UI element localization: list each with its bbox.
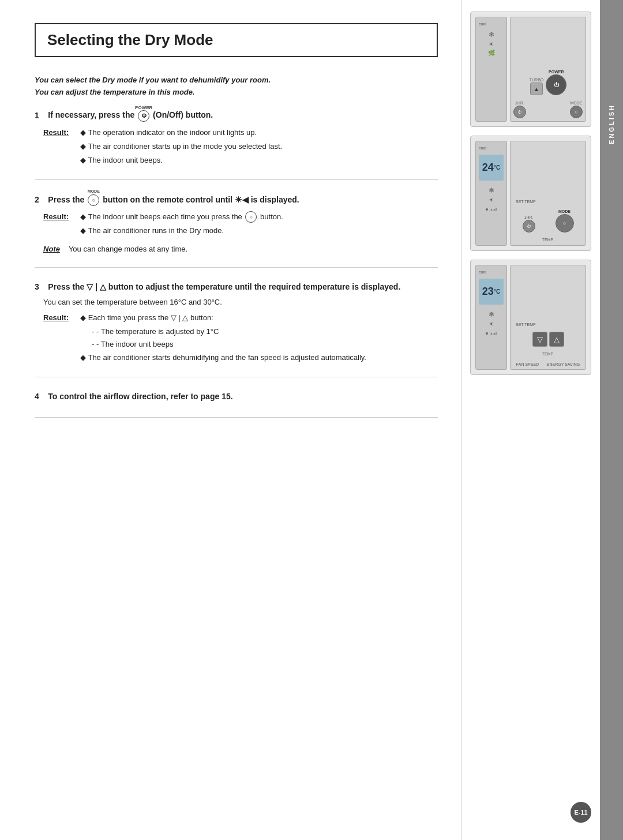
1hr-button-2[interactable]: ⏱ <box>523 220 535 232</box>
temp-panel-label: TEMP. <box>542 238 554 242</box>
step-2-instruction: Press the ○ MODE button on the remote co… <box>48 195 299 204</box>
step-3: 3 Press the ▽ | △ button to adjust the t… <box>35 282 438 377</box>
image-column: cool ❄ ☀ 🌿 TURBO ▲ <box>461 0 600 840</box>
indoor-unit-display-1: cool ❄ ☀ 🌿 <box>475 17 507 122</box>
temperature-display-2: 24 °C <box>479 155 504 181</box>
1hr-label: 1HR. <box>515 101 524 105</box>
mode-button[interactable]: ○ <box>570 106 583 118</box>
result-item: The air conditioner starts dehumidifying… <box>80 351 366 364</box>
energy-saving-label: ENERGY SAVING <box>547 362 580 366</box>
power-button[interactable]: ⏻ <box>546 74 566 95</box>
indicator-row-2: ut all <box>486 208 497 211</box>
temp-down-button[interactable]: ▽ <box>532 332 547 347</box>
mode-panel-label: MODE <box>571 101 583 105</box>
step-1-number: 1 If necessary, press the ⏻ POWER (On/Of… <box>35 110 438 122</box>
set-temp-label-3: SET TEMP <box>516 322 536 327</box>
remote-control-3: SET TEMP ▽ △ TEMP. FAN SPEED <box>510 265 586 370</box>
note-label: Note <box>43 243 60 256</box>
remote-panel-3: cool 23 °C ❄ ☀ ut all <box>470 260 591 375</box>
language-sidebar: ENGLISH <box>600 0 623 840</box>
mode-icons: ❄ ☀ 🌿 <box>488 31 495 56</box>
power-label: POWER <box>549 70 564 74</box>
step-2-number: 2 Press the ○ MODE button on the remote … <box>35 194 438 206</box>
snowflake-icon-2: ❄ <box>489 186 494 194</box>
step-3-instruction: Press the ▽ | △ button to adjust the tem… <box>48 282 400 291</box>
cool-label-3: cool <box>479 270 486 274</box>
temp-panel-label-3: TEMP. <box>542 352 554 356</box>
turbo-button[interactable]: ▲ <box>530 82 543 95</box>
step-1-instruction: If necessary, press the ⏻ POWER (On/Off)… <box>48 110 213 119</box>
step-3-content: You can set the temperature between 16°C… <box>43 296 438 365</box>
result-label-1: Result: <box>43 126 69 168</box>
result-sub: - The temperature is adjusted by 1°C <box>92 325 366 338</box>
step-1: 1 If necessary, press the ⏻ POWER (On/Of… <box>35 110 438 180</box>
remote-control-2: SET TEMP 1HR. ⏱ MODE ○ <box>510 141 586 246</box>
note-text: You can change modes at any time. <box>69 243 187 256</box>
snowflake-icon: ❄ <box>489 31 494 39</box>
temp-value-3: 23 <box>482 286 494 298</box>
mode-icons-2: ❄ ☀ <box>489 186 494 203</box>
note-row: Note You can change modes at any time. <box>43 243 438 256</box>
sun-icon-2: ☀ <box>489 197 494 203</box>
sun-icon-3: ☀ <box>489 321 494 327</box>
step-4-number: 4 To control the airflow direction, refe… <box>35 392 438 401</box>
snowflake-icon-3: ❄ <box>489 310 494 318</box>
intro-text: You can select the Dry mode if you want … <box>35 74 438 99</box>
mode-icon-inline: ○ <box>245 211 257 223</box>
result-sub: - The indoor unit beeps <box>92 338 366 351</box>
fan-speed-label: FAN SPEED <box>516 362 539 366</box>
temp-value-2: 24 <box>482 162 494 174</box>
turbo-label: TURBO <box>530 78 544 82</box>
remote-panel-1: cool ❄ ☀ 🌿 TURBO ▲ <box>470 12 591 127</box>
power-button-icon: ⏻ POWER <box>138 110 149 122</box>
page-number-badge: E-11 <box>571 802 591 823</box>
language-label: ENGLISH <box>608 104 615 144</box>
step-1-content: Result: The operation indicator on the i… <box>43 126 438 168</box>
sun-icon: ☀ <box>489 41 494 47</box>
remote-control-1: TURBO ▲ POWER ⏻ 1HR. ⏱ <box>510 17 586 122</box>
step-3-results: Each time you press the ▽ | △ button: - … <box>80 312 366 365</box>
cool-label: cool <box>479 22 486 26</box>
result-item: The operation indicator on the indoor un… <box>80 126 282 139</box>
indicator-row-3: ut all <box>486 332 497 335</box>
step-1-results: The operation indicator on the indoor un… <box>80 126 282 168</box>
cool-label-2: cool <box>479 146 486 150</box>
temperature-display-3: 23 °C <box>479 279 504 305</box>
result-item: The indoor unit beeps each time you pres… <box>80 211 283 223</box>
mode-button-2[interactable]: ○ <box>556 214 574 232</box>
step-3-number: 3 Press the ▽ | △ button to adjust the t… <box>35 282 438 291</box>
1hr-label-2: 1HR. <box>524 215 534 219</box>
step-2-content: Result: The indoor unit beeps each time … <box>43 211 438 256</box>
indoor-unit-display-2: cool 24 °C ❄ ☀ ut all <box>475 141 507 246</box>
step-4: 4 To control the airflow direction, refe… <box>35 392 438 418</box>
step-2-results: The indoor unit beeps each time you pres… <box>80 211 283 238</box>
remote-panel-2: cool 24 °C ❄ ☀ ut all <box>470 136 591 251</box>
set-temp-label: SET TEMP <box>516 200 536 204</box>
leaf-icon: 🌿 <box>488 50 495 56</box>
1hr-button[interactable]: ⏱ <box>513 106 526 118</box>
indoor-unit-display-3: cool 23 °C ❄ ☀ ut all <box>475 265 507 370</box>
result-item: The air conditioner runs in the Dry mode… <box>80 224 283 237</box>
mode-button-icon: ○ MODE <box>88 194 99 206</box>
result-item: Each time you press the ▽ | △ button: <box>80 312 366 324</box>
temp-up-button[interactable]: △ <box>549 332 564 347</box>
step-3-instruction2: You can set the temperature between 16°C… <box>43 296 438 309</box>
mode-icons-3: ❄ ☀ <box>489 310 494 327</box>
mode-panel-label-2: MODE <box>558 209 571 213</box>
result-label-2: Result: <box>43 211 69 238</box>
step-4-instruction: To control the airflow direction, refer … <box>48 392 232 401</box>
page-title: Selecting the Dry Mode <box>35 23 438 57</box>
result-item: The air conditioner starts up in the mod… <box>80 140 282 153</box>
result-label-3: Result: <box>43 312 69 365</box>
step-2: 2 Press the ○ MODE button on the remote … <box>35 194 438 268</box>
result-item: The indoor unit beeps. <box>80 154 282 167</box>
